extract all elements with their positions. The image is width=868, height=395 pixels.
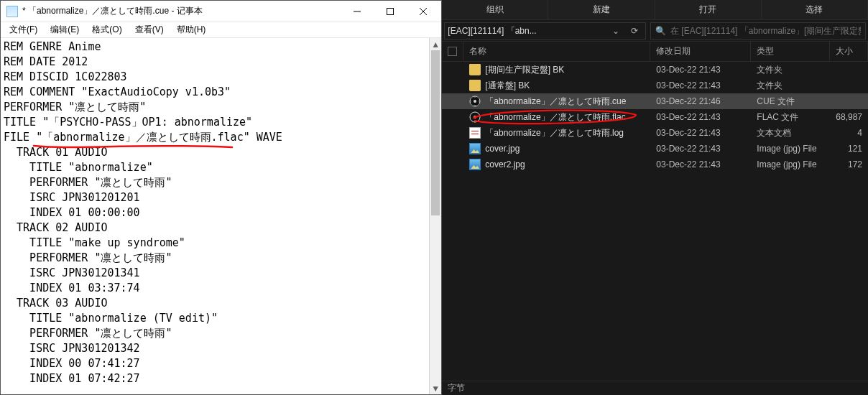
menu-help[interactable]: 帮助(H) xyxy=(171,22,212,37)
row-name-cell[interactable]: [期间生产限定盤] BK xyxy=(463,64,650,76)
file-row[interactable]: cover2.jpg03-Dec-22 21:43Image (jpg) Fil… xyxy=(442,157,868,172)
notepad-window: * 「abnormalize」／凛として時雨.cue - 记事本 文件(F) 编… xyxy=(0,0,442,395)
row-date: 03-Dec-22 21:43 xyxy=(650,128,751,138)
row-size: 4 xyxy=(830,128,868,138)
row-type: FLAC 文件 xyxy=(751,111,830,124)
flac-icon xyxy=(469,111,481,123)
column-header-date[interactable]: 修改日期 xyxy=(650,42,751,61)
row-filename: [通常盤] BK xyxy=(485,80,530,92)
notepad-body: REM GENRE Anime REM DATE 2012 REM DISCID… xyxy=(1,38,441,394)
svg-point-2 xyxy=(474,100,476,103)
jpg-icon xyxy=(469,143,481,154)
file-row[interactable]: 「abnormalize」／凛として時雨.flac03-Dec-22 21:43… xyxy=(442,109,868,125)
row-size: 68,987 xyxy=(830,112,868,122)
svg-rect-0 xyxy=(387,8,394,14)
row-size: 121 xyxy=(830,144,868,154)
cue-icon xyxy=(469,96,481,107)
ribbon-new[interactable]: 新建 xyxy=(548,0,655,19)
menu-view[interactable]: 查看(V) xyxy=(129,22,170,37)
log-icon xyxy=(469,127,481,139)
folder-icon xyxy=(469,80,481,91)
notepad-app-icon xyxy=(6,6,18,17)
row-date: 03-Dec-22 21:43 xyxy=(650,80,751,90)
column-header-row: 名称 修改日期 类型 大小 xyxy=(442,42,868,62)
row-type: Image (jpg) File xyxy=(751,159,830,169)
row-name-cell[interactable]: 「abnormalize」／凛として時雨.flac xyxy=(463,111,650,124)
column-header-size[interactable]: 大小 xyxy=(830,42,868,61)
notepad-textarea[interactable]: REM GENRE Anime REM DATE 2012 REM DISCID… xyxy=(1,38,441,394)
scroll-thumb[interactable] xyxy=(431,50,440,215)
maximize-button[interactable] xyxy=(374,1,407,22)
row-date: 03-Dec-22 21:43 xyxy=(650,144,751,154)
row-filename: 「abnormalize」／凛として時雨.flac xyxy=(485,111,625,124)
menu-format[interactable]: 格式(O) xyxy=(86,22,127,37)
row-type: 文件夹 xyxy=(751,80,830,92)
row-type: 文件夹 xyxy=(751,64,830,76)
file-list: [期间生产限定盤] BK03-Dec-22 21:43文件夹[通常盤] BK03… xyxy=(442,62,868,381)
row-date: 03-Dec-22 21:43 xyxy=(650,159,751,169)
close-button[interactable] xyxy=(407,1,440,22)
explorer-address-search-row: [EAC][121114] 「abn... ⌄ ⟳ 🔍 xyxy=(442,20,868,42)
column-header-type[interactable]: 类型 xyxy=(751,42,830,61)
address-dropdown-icon[interactable]: ⌄ xyxy=(608,26,624,36)
svg-point-1 xyxy=(470,96,480,106)
file-row[interactable]: cover.jpg03-Dec-22 21:43Image (jpg) File… xyxy=(442,141,868,157)
row-type: CUE 文件 xyxy=(751,96,830,108)
jpg-icon xyxy=(469,159,481,170)
row-name-cell[interactable]: [通常盤] BK xyxy=(463,80,650,92)
search-icon: 🔍 xyxy=(655,26,666,36)
column-header-name[interactable]: 名称 xyxy=(463,42,650,61)
svg-point-4 xyxy=(474,116,476,118)
column-header-checkbox[interactable] xyxy=(442,42,463,61)
row-filename: 「abnormalize」／凛として時雨.cue xyxy=(485,96,626,108)
status-text: 字节 xyxy=(448,382,465,394)
ribbon-open[interactable]: 打开 xyxy=(655,0,762,19)
menu-edit[interactable]: 编辑(E) xyxy=(45,22,85,37)
minimize-button[interactable] xyxy=(341,1,374,22)
address-bar[interactable]: [EAC][121114] 「abn... ⌄ ⟳ xyxy=(444,22,646,40)
row-name-cell[interactable]: 「abnormalize」／凛として時雨.log xyxy=(463,127,650,139)
file-row[interactable]: [通常盤] BK03-Dec-22 21:43文件夹 xyxy=(442,78,868,93)
notepad-titlebar[interactable]: * 「abnormalize」／凛として時雨.cue - 记事本 xyxy=(1,1,441,22)
file-row[interactable]: [期间生产限定盤] BK03-Dec-22 21:43文件夹 xyxy=(442,62,868,78)
status-bar: 字节 xyxy=(442,381,868,395)
scroll-down-arrow[interactable]: ▼ xyxy=(430,382,441,394)
row-name-cell[interactable]: 「abnormalize」／凛として時雨.cue xyxy=(463,96,650,108)
menu-file[interactable]: 文件(F) xyxy=(4,22,43,37)
scroll-up-arrow[interactable]: ▲ xyxy=(430,38,441,50)
row-type: Image (jpg) File xyxy=(751,144,830,154)
search-box[interactable]: 🔍 xyxy=(650,22,866,40)
ribbon-organize[interactable]: 组织 xyxy=(442,0,548,19)
row-filename: cover2.jpg xyxy=(485,159,525,169)
file-row[interactable]: 「abnormalize」／凛として時雨.cue03-Dec-22 21:46C… xyxy=(442,93,868,109)
vertical-scrollbar[interactable]: ▲ ▼ xyxy=(429,38,441,394)
search-input[interactable] xyxy=(670,26,861,36)
notepad-menubar: 文件(F) 编辑(E) 格式(O) 查看(V) 帮助(H) xyxy=(1,22,441,38)
ribbon-select[interactable]: 选择 xyxy=(762,0,868,19)
row-type: 文本文档 xyxy=(751,127,830,139)
explorer-ribbon: 组织 新建 打开 选择 xyxy=(442,0,868,20)
folder-icon xyxy=(469,64,481,75)
row-date: 03-Dec-22 21:46 xyxy=(650,96,751,106)
row-filename: [期间生产限定盤] BK xyxy=(485,64,564,76)
notepad-title: * 「abnormalize」／凛として時雨.cue - 记事本 xyxy=(22,5,341,17)
row-date: 03-Dec-22 21:43 xyxy=(650,65,751,75)
row-date: 03-Dec-22 21:43 xyxy=(650,112,751,122)
row-name-cell[interactable]: cover.jpg xyxy=(463,143,650,154)
file-row[interactable]: 「abnormalize」／凛として時雨.log03-Dec-22 21:43文… xyxy=(442,125,868,141)
window-buttons xyxy=(341,1,440,22)
row-size: 172 xyxy=(830,159,868,169)
row-name-cell[interactable]: cover2.jpg xyxy=(463,159,650,170)
row-filename: 「abnormalize」／凛として時雨.log xyxy=(485,127,624,139)
explorer-window: 组织 新建 打开 选择 [EAC][121114] 「abn... ⌄ ⟳ 🔍 … xyxy=(442,0,868,395)
address-refresh-icon[interactable]: ⟳ xyxy=(627,26,642,36)
address-text: [EAC][121114] 「abn... xyxy=(448,25,605,37)
row-filename: cover.jpg xyxy=(485,144,520,154)
